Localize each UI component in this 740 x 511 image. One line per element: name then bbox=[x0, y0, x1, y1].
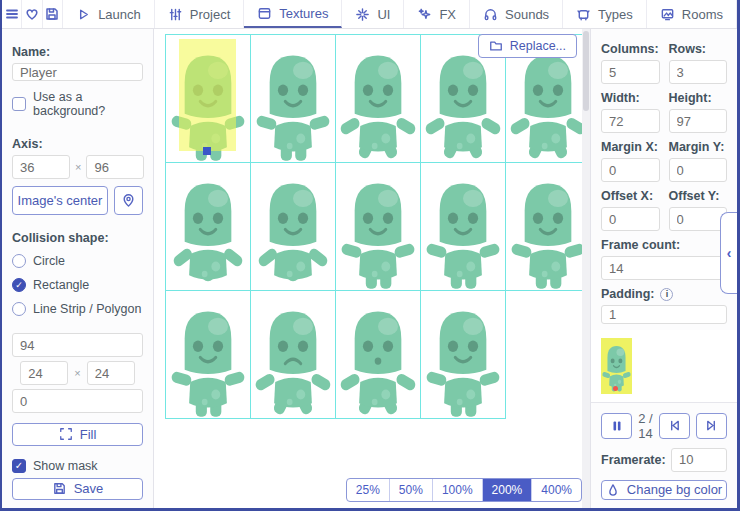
zoom-50-button[interactable]: 50% bbox=[390, 479, 433, 501]
tab-sounds[interactable]: Sounds bbox=[470, 0, 563, 28]
rows-label: Rows: bbox=[669, 42, 728, 56]
heart-icon bbox=[24, 6, 40, 22]
ghost-icon bbox=[576, 7, 591, 22]
replace-button-label: Replace... bbox=[510, 39, 566, 53]
main-body: Name: Use as a background? Axis: × Image… bbox=[2, 29, 737, 508]
sprite-frame[interactable] bbox=[166, 35, 251, 163]
offset-x-input[interactable] bbox=[601, 207, 660, 231]
height-input[interactable] bbox=[669, 109, 728, 133]
collision-shape-label: Collision shape: bbox=[12, 231, 143, 245]
tab-rooms[interactable]: Rooms bbox=[647, 0, 737, 28]
collapse-panel-button[interactable]: ‹ bbox=[720, 212, 737, 294]
columns-label: Columns: bbox=[601, 42, 660, 56]
menu-button[interactable] bbox=[2, 0, 22, 28]
pause-icon bbox=[611, 420, 623, 432]
rect-bottom-input[interactable] bbox=[12, 389, 143, 413]
margin-x-input[interactable] bbox=[601, 158, 660, 182]
shape-rectangle-radio[interactable]: ✓ Rectangle bbox=[12, 278, 143, 292]
pause-button[interactable] bbox=[601, 413, 632, 439]
save-button[interactable]: Save bbox=[12, 478, 143, 500]
sprite-frame[interactable] bbox=[336, 291, 421, 419]
replace-button[interactable]: Replace... bbox=[478, 34, 577, 58]
texture-settings-panel: Name: Use as a background? Axis: × Image… bbox=[2, 29, 154, 508]
margin-y-input[interactable] bbox=[669, 158, 728, 182]
offset-y-label: Offset Y: bbox=[669, 189, 728, 203]
sprite-frame[interactable] bbox=[251, 291, 336, 419]
padding-input[interactable] bbox=[601, 305, 727, 324]
tab-launch[interactable]: Launch bbox=[63, 0, 155, 28]
sprite-sheet[interactable] bbox=[165, 34, 590, 419]
frame-count-input[interactable] bbox=[601, 256, 727, 280]
favorites-button[interactable] bbox=[22, 0, 42, 28]
expand-icon bbox=[59, 427, 73, 441]
sliders-icon bbox=[168, 7, 183, 22]
sprite-frame[interactable] bbox=[336, 35, 421, 163]
save-project-button[interactable] bbox=[43, 0, 63, 28]
sprite-frame[interactable] bbox=[421, 163, 506, 291]
zoom-100-button[interactable]: 100% bbox=[433, 479, 483, 501]
animation-preview-area bbox=[591, 330, 737, 403]
play-icon bbox=[76, 7, 91, 22]
tab-textures[interactable]: Textures bbox=[244, 0, 342, 28]
use-background-label: Use as a background? bbox=[33, 90, 143, 118]
sparkle-icon bbox=[355, 7, 370, 22]
axis-marker[interactable] bbox=[203, 147, 211, 155]
fill-button[interactable]: Fill bbox=[12, 423, 143, 445]
sprite-frame[interactable] bbox=[421, 291, 506, 419]
fill-button-label: Fill bbox=[80, 427, 97, 442]
radio-unchecked bbox=[12, 254, 26, 268]
app-window: Launch Project Textures UI FX bbox=[0, 0, 740, 511]
hamburger-icon bbox=[4, 6, 20, 22]
sprite-frame[interactable] bbox=[166, 163, 251, 291]
sprite-frame[interactable] bbox=[251, 163, 336, 291]
shape-polygon-radio[interactable]: Line Strip / Polygon bbox=[12, 302, 143, 316]
rect-left-input[interactable] bbox=[20, 361, 68, 385]
padding-label: Padding: bbox=[601, 287, 654, 301]
frame-icon bbox=[257, 6, 272, 21]
offset-y-input[interactable] bbox=[669, 207, 728, 231]
width-input[interactable] bbox=[601, 109, 660, 133]
framerate-input[interactable] bbox=[671, 448, 727, 472]
margin-y-label: Margin Y: bbox=[669, 140, 728, 154]
framerate-label: Framerate: bbox=[601, 453, 666, 467]
use-background-checkbox[interactable]: Use as a background? bbox=[12, 90, 143, 118]
shape-circle-radio[interactable]: Circle bbox=[12, 254, 143, 268]
rows-input[interactable] bbox=[669, 60, 728, 84]
sheet-row bbox=[166, 291, 590, 419]
radio-checked: ✓ bbox=[12, 278, 26, 292]
floppy-icon bbox=[44, 6, 60, 22]
rect-right-input[interactable] bbox=[87, 361, 135, 385]
chevron-left-icon: ‹ bbox=[727, 245, 732, 261]
sprite-frame[interactable] bbox=[251, 35, 336, 163]
sprite-sheet-canvas[interactable]: Replace... 25% 50% 100% 200% 400% bbox=[154, 29, 590, 508]
name-input[interactable] bbox=[12, 63, 143, 81]
offset-x-label: Offset X: bbox=[601, 189, 660, 203]
sprite-frame[interactable] bbox=[336, 163, 421, 291]
next-frame-button[interactable] bbox=[696, 413, 727, 439]
zoom-200-button[interactable]: 200% bbox=[483, 479, 533, 501]
tab-types[interactable]: Types bbox=[563, 0, 647, 28]
rect-top-input[interactable] bbox=[12, 333, 143, 357]
info-icon[interactable]: i bbox=[660, 288, 673, 301]
tab-ui[interactable]: UI bbox=[342, 0, 404, 28]
height-label: Height: bbox=[669, 91, 728, 105]
axis-y-input[interactable] bbox=[86, 155, 144, 179]
change-bg-color-button[interactable]: Change bg color bbox=[601, 480, 727, 500]
sprite-frame[interactable] bbox=[506, 163, 590, 291]
zoom-400-button[interactable]: 400% bbox=[532, 479, 581, 501]
canvas-scrollbar[interactable] bbox=[582, 29, 590, 508]
images-center-button[interactable]: Image's center bbox=[12, 186, 108, 215]
columns-input[interactable] bbox=[601, 60, 660, 84]
tab-project[interactable]: Project bbox=[155, 0, 244, 28]
axis-x-input[interactable] bbox=[12, 155, 70, 179]
tab-label: Types bbox=[598, 7, 633, 22]
rect-times: × bbox=[74, 367, 80, 379]
pick-axis-button[interactable] bbox=[114, 186, 143, 215]
scrollbar-thumb[interactable] bbox=[583, 31, 589, 111]
show-mask-checkbox[interactable]: ✓ Show mask bbox=[12, 459, 143, 473]
previous-frame-button[interactable] bbox=[659, 413, 690, 439]
change-bg-color-label: Change bg color bbox=[627, 482, 722, 497]
sprite-frame[interactable] bbox=[166, 291, 251, 419]
tab-fx[interactable]: FX bbox=[404, 0, 470, 28]
zoom-25-button[interactable]: 25% bbox=[347, 479, 390, 501]
